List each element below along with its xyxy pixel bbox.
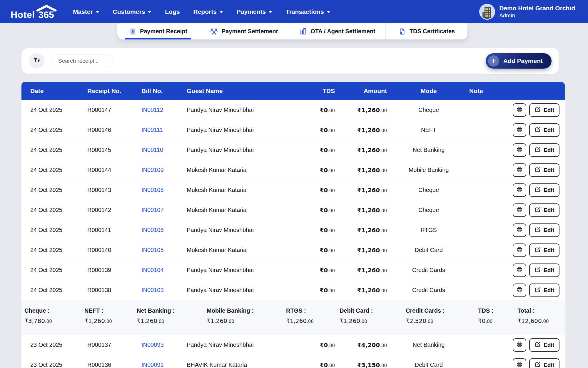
brand-logo[interactable]: Hotel 365 [11,4,55,20]
print-button[interactable] [513,103,526,117]
nav-item-label: Transactions [286,8,324,15]
tab-tds-certificates[interactable]: TDS Certificates [385,23,467,39]
amount-decimal: .00 [380,288,387,294]
cell-actions: Edit [510,163,565,177]
print-button[interactable] [513,358,526,368]
bill-link[interactable]: IN00110 [141,147,163,153]
summary-label: TDS : [478,307,517,314]
print-button[interactable] [513,338,526,352]
search-input[interactable] [51,54,113,68]
print-button[interactable] [513,163,526,177]
bill-link[interactable]: IN00103 [141,287,164,293]
summary-item-rtgs: RTGS :₹1,260.00 [286,307,340,335]
user-chip[interactable]: Demo Hotel Grand Orchid Admin [479,4,575,20]
header-cell-amount: Amount [336,87,388,95]
nav-item-payments[interactable]: Payments [237,8,272,15]
edit-button[interactable]: Edit [529,243,559,257]
cell-tds: ₹0.00 [301,107,336,114]
print-button[interactable] [513,284,526,297]
edit-button[interactable]: Edit [529,183,559,197]
cell-tds: ₹0.00 [301,187,336,194]
edit-button[interactable]: Edit [529,103,559,117]
cell-amount: ₹4,200.00 [336,342,388,349]
bill-link[interactable]: IN00111 [141,127,163,133]
printer-icon [516,266,523,274]
cell-actions: Edit [510,123,565,137]
nav-item-transactions[interactable]: Transactions [286,8,330,15]
cell-guest-name: Mukesh Kumar Kataria [187,207,301,213]
summary-item-net-banking: Net Banking :₹1,260.00 [137,307,207,335]
amount-decimal: .00 [328,188,335,193]
bill-link[interactable]: IN00112 [141,107,163,113]
edit-button[interactable]: Edit [529,284,559,297]
cell-guest-name: Pandya Nirav Mineshbhai [187,227,301,233]
summary-label: Credit Cards : [406,307,478,314]
nav-item-logs[interactable]: Logs [165,8,180,15]
edit-button[interactable]: Edit [529,203,559,217]
tab-label: OTA / Agent Settlement [310,28,375,35]
tab-payment-settlement[interactable]: Payment Settlement [199,23,289,39]
filter-button[interactable] [29,53,44,69]
print-button[interactable] [513,143,526,157]
table-row: 24 Oct 2025R000138IN00103Pandya Nirav Mi… [21,280,565,300]
add-payment-button[interactable]: Add Payment [486,53,552,69]
edit-label: Edit [544,207,554,213]
print-button[interactable] [513,183,526,197]
amount-main: ₹3,780 [24,317,45,324]
edit-button[interactable]: Edit [529,163,559,177]
bill-link[interactable]: IN00105 [141,247,164,253]
cell-tds: ₹0.00 [301,167,336,174]
cell-receipt-no: R000147 [87,107,141,113]
print-button[interactable] [513,123,526,137]
bill-link[interactable]: IN00109 [141,167,164,173]
amount-main: ₹0 [320,127,328,134]
nav-item-customers[interactable]: Customers [113,8,152,15]
edit-button[interactable]: Edit [529,263,559,277]
cell-tds: ₹0.00 [301,127,336,134]
edit-button[interactable]: Edit [529,143,559,157]
amount-main: ₹1,260 [357,107,380,114]
amount-decimal: .00 [360,319,367,324]
amount-main: ₹1,260 [357,247,380,254]
caret-down-icon [268,11,272,14]
cell-tds: ₹0.00 [301,227,336,234]
cell-tds: ₹0.00 [301,147,336,154]
amount-main: ₹1,260 [340,317,360,324]
edit-button[interactable]: Edit [529,358,559,368]
bill-link[interactable]: IN00108 [141,187,164,193]
cell-receipt-no: R000143 [87,187,141,193]
edit-label: Edit [544,147,554,153]
amount-main: ₹1,260 [357,127,380,134]
cell-guest-name: Mukesh Kumar Kataria [187,187,301,193]
cell-guest-name: Pandya Nirav Mineshbhai [187,287,301,294]
bill-link[interactable]: IN00091 [141,362,164,368]
amount-decimal: .00 [157,319,164,324]
print-button[interactable] [513,263,526,277]
tab-payment-receipt[interactable]: Payment Receipt [117,23,199,39]
edit-button[interactable]: Edit [529,338,559,352]
bill-link[interactable]: IN00106 [141,227,164,233]
edit-button[interactable]: Edit [529,223,559,237]
printer-icon [516,146,523,154]
nav-item-label: Reports [193,8,216,15]
cell-actions: Edit [510,103,565,117]
nav-item-reports[interactable]: Reports [193,8,223,15]
people-icon [210,27,218,36]
cell-bill-no: IN00107 [141,207,187,213]
bill-link[interactable]: IN00093 [141,342,164,348]
bill-link[interactable]: IN00107 [141,207,164,213]
print-button[interactable] [513,243,526,257]
cell-guest-name: Pandya Nirav Mineshbhai [187,107,301,113]
top-navbar: Hotel 365 MasterCustomersLogsReportsPaym… [0,0,588,23]
edit-pencil-square-icon [534,166,541,174]
print-button[interactable] [513,203,526,217]
bill-link[interactable]: IN00104 [141,267,164,273]
caret-down-icon [96,11,99,14]
cell-tds: ₹0.00 [301,247,336,254]
nav-item-master[interactable]: Master [73,8,99,15]
summary-label: Mobile Banking : [207,307,286,314]
edit-button[interactable]: Edit [529,123,559,137]
print-button[interactable] [513,223,526,237]
tab-ota-agent-settlement[interactable]: OTA / Agent Settlement [289,23,385,39]
cell-receipt-no: R000145 [87,147,141,153]
